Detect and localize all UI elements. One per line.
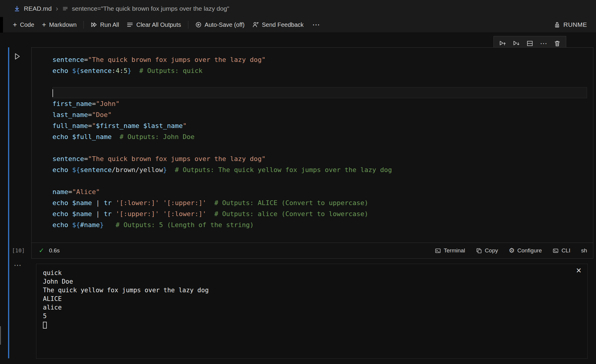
code-lines: sentence="The quick brown fox jumps over… [52, 54, 587, 230]
code-line[interactable] [52, 76, 587, 87]
runme-stamp-icon [554, 21, 561, 28]
output-prompt-line [43, 321, 581, 331]
output-line: ALICE [43, 295, 581, 303]
code-line[interactable] [52, 87, 587, 98]
runme-brand-label: RUNME [564, 21, 587, 28]
breadcrumb-cell[interactable]: sentence="The quick brown fox jumps over… [72, 5, 229, 12]
output-line: alice [43, 303, 581, 312]
code-line[interactable] [52, 175, 587, 186]
feedback-person-icon [252, 21, 259, 28]
code-line[interactable]: echo ${sentence:4:5} # Outputs: quick [52, 65, 587, 76]
cli-label: CLI [561, 247, 570, 254]
code-line[interactable]: sentence="The quick brown fox jumps over… [52, 153, 587, 164]
copy-label: Copy [485, 247, 498, 254]
code-line[interactable]: echo ${#name} # Outputs: 5 (Length of th… [52, 219, 587, 230]
close-output-button[interactable]: × [576, 266, 581, 275]
code-line[interactable]: echo $full_name # Outputs: John Doe [52, 131, 587, 142]
add-markdown-cell-button[interactable]: + Markdown [38, 17, 80, 32]
auto-save-label: Auto-Save (off) [205, 21, 245, 28]
configure-label: Configure [517, 247, 542, 254]
add-code-cell-button[interactable]: + Code [9, 17, 38, 32]
code-line[interactable]: echo $name | tr '[:upper:]' '[:lower:]' … [52, 208, 587, 219]
terminal-action[interactable]: Terminal [435, 247, 465, 254]
window-edge [0, 17, 3, 33]
runme-brand-button[interactable]: RUNME [554, 21, 589, 28]
success-check-icon: ✓ [39, 247, 44, 254]
add-markdown-label: Markdown [49, 21, 77, 28]
copy-icon [476, 248, 482, 254]
chevron-right-icon: › [55, 4, 59, 13]
notebook-toolbar: + Code + Markdown Run All Clear All Outp… [0, 17, 596, 33]
run-all-icon [91, 21, 97, 28]
send-feedback-button[interactable]: Send Feedback [249, 17, 308, 32]
code-line[interactable]: echo ${sentence/brown/yellow} # Outputs:… [52, 164, 587, 175]
runme-notebook-window: READ.md › sentence="The quick brown fox … [0, 0, 596, 364]
output-line: The quick yellow fox jumps over the lazy… [43, 286, 581, 295]
output-line: John Doe [43, 277, 581, 286]
clear-all-outputs-button[interactable]: Clear All Outputs [123, 17, 185, 32]
runme-logo-icon [14, 5, 20, 12]
terminal-cursor [43, 322, 47, 329]
send-feedback-label: Send Feedback [262, 21, 304, 28]
left-scrollbar[interactable] [0, 326, 1, 345]
code-line[interactable]: echo $name | tr '[:lower:]' '[:upper:]' … [52, 197, 587, 208]
plus-icon: + [42, 21, 46, 28]
breadcrumb: READ.md › sentence="The quick brown fox … [0, 0, 596, 17]
cli-action[interactable]: CLI [552, 247, 570, 254]
plus-icon: + [13, 21, 17, 28]
output-lines: quickJohn DoeThe quick yellow fox jumps … [43, 269, 581, 321]
cell-status-bar: ✓ 0.6s Terminal Copy ⚙ Configure [32, 243, 593, 258]
terminal-icon [435, 248, 441, 254]
cli-icon [552, 248, 559, 254]
auto-save-icon [195, 21, 202, 28]
run-cell-button[interactable] [13, 52, 21, 60]
run-all-button[interactable]: Run All [87, 17, 123, 32]
code-cell: sentence="The quick brown fox jumps over… [31, 47, 593, 259]
code-editor[interactable]: sentence="The quick brown fox jumps over… [32, 48, 593, 243]
toolbar-divider [83, 21, 84, 29]
clear-outputs-icon [127, 21, 133, 28]
cell-focus-indicator [8, 47, 9, 358]
language-indicator[interactable]: sh [581, 247, 587, 254]
output-line: quick [43, 269, 581, 277]
gear-icon: ⚙ [509, 247, 515, 254]
toolbar-divider [188, 21, 188, 29]
cell-list-icon [62, 6, 68, 12]
run-all-label: Run All [100, 21, 119, 28]
output-line: 5 [43, 312, 581, 321]
cell-output-panel: quickJohn DoeThe quick yellow fox jumps … [36, 264, 588, 359]
text-cursor [52, 89, 53, 97]
code-line[interactable]: name="Alice" [52, 186, 587, 197]
code-line[interactable] [52, 142, 587, 153]
execution-count: [10] [12, 247, 25, 254]
add-code-label: Code [20, 21, 34, 28]
breadcrumb-file[interactable]: READ.md [24, 5, 52, 12]
clear-all-label: Clear All Outputs [136, 21, 181, 28]
code-line[interactable]: last_name="Doe" [52, 109, 587, 120]
execution-duration: 0.6s [49, 247, 60, 254]
code-line[interactable]: sentence="The quick brown fox jumps over… [52, 54, 587, 65]
cell-actions: Terminal Copy ⚙ Configure CLI [435, 247, 587, 254]
code-line[interactable]: full_name="$first_name $last_name" [52, 120, 587, 131]
auto-save-toggle[interactable]: Auto-Save (off) [191, 17, 249, 32]
output-collapse-button[interactable]: ⋯ [14, 261, 21, 270]
copy-action[interactable]: Copy [476, 247, 498, 254]
configure-action[interactable]: ⚙ Configure [509, 247, 542, 254]
terminal-label: Terminal [444, 247, 465, 254]
code-line[interactable]: first_name="John" [52, 98, 587, 109]
toolbar-more-button[interactable]: ⋯ [308, 20, 325, 29]
